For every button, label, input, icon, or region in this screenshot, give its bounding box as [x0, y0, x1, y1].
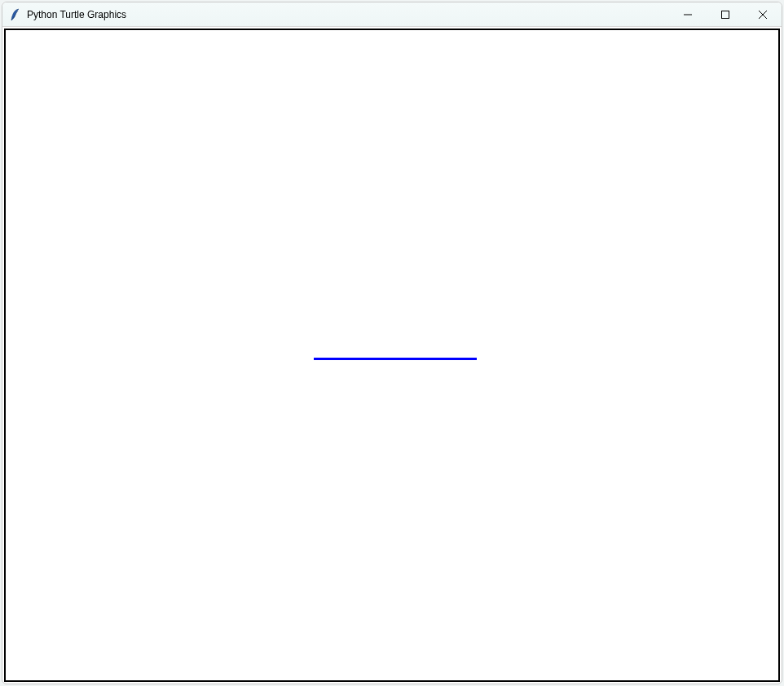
window-controls	[669, 2, 782, 26]
svg-rect-1	[722, 11, 729, 18]
window-title: Python Turtle Graphics	[27, 9, 126, 20]
titlebar[interactable]: Python Turtle Graphics	[2, 2, 782, 27]
minimize-icon	[684, 11, 692, 19]
close-button[interactable]	[744, 2, 782, 26]
minimize-button[interactable]	[669, 2, 707, 26]
titlebar-left: Python Turtle Graphics	[9, 8, 126, 21]
turtle-drawn-line	[314, 358, 477, 360]
close-icon	[759, 11, 767, 19]
maximize-button[interactable]	[707, 2, 744, 26]
feather-icon	[9, 8, 22, 21]
turtle-canvas[interactable]	[4, 29, 780, 682]
app-window: Python Turtle Graphics	[2, 2, 782, 684]
maximize-icon	[721, 11, 729, 19]
